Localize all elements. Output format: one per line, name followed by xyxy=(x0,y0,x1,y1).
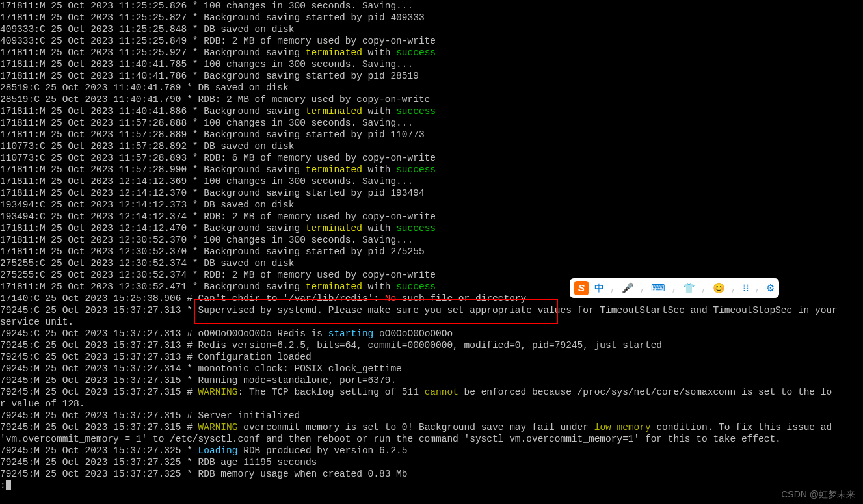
ime-toolbar[interactable]: S 中 , 🎤 , ⌨ , 👕 , 😊 , ⁞⁞ , ⚙ xyxy=(570,278,779,298)
log-text: cannot xyxy=(425,387,458,397)
log-line: 171811:M 25 Oct 2023 11:40:41.886 * Back… xyxy=(0,105,863,117)
log-text: 171811:M 25 Oct 2023 12:14:12.470 * Back… xyxy=(0,223,306,233)
ime-smile-icon[interactable]: 😊 xyxy=(713,282,725,294)
log-text: 79245:C 25 Oct 2023 15:37:27.313 # oO0Oo… xyxy=(0,328,328,339)
log-text: 79245:M 25 Oct 2023 15:37:27.325 * RDB a… xyxy=(0,457,317,468)
log-line: 79245:C 25 Oct 2023 15:37:27.313 # Confi… xyxy=(0,351,863,363)
log-line: 171811:M 25 Oct 2023 11:57:28.990 * Back… xyxy=(0,164,863,176)
log-line: 171811:M 25 Oct 2023 12:30:52.370 * 100 … xyxy=(0,234,863,246)
log-line: 79245:M 25 Oct 2023 15:37:27.314 * monot… xyxy=(0,363,863,375)
log-line: 275255:C 25 Oct 2023 12:30:52.374 * DB s… xyxy=(0,258,863,269)
log-text: terminated xyxy=(306,47,362,58)
log-text: 171811:M 25 Oct 2023 11:25:25.927 * Back… xyxy=(0,47,306,58)
log-text: 79245:M 25 Oct 2023 15:37:27.315 # xyxy=(0,387,198,397)
log-text: with xyxy=(362,106,396,116)
ime-logo-icon[interactable]: S xyxy=(574,281,589,295)
log-line: 79245:M 25 Oct 2023 15:37:27.325 * RDB a… xyxy=(0,457,863,468)
log-line: 171811:M 25 Oct 2023 12:14:12.369 * 100 … xyxy=(0,176,863,187)
ime-keyboard-icon[interactable]: ⌨ xyxy=(651,282,665,294)
log-text: 79245:C 25 Oct 2023 15:37:27.313 * Super… xyxy=(0,305,843,315)
log-text: 171811:M 25 Oct 2023 11:57:28.889 * Back… xyxy=(0,129,425,140)
log-text: 79245:M 25 Oct 2023 15:37:27.325 * RDB m… xyxy=(0,469,408,479)
watermark: CSDN @虹梦未来 xyxy=(781,488,855,500)
ime-lang-icon[interactable]: 中 xyxy=(594,282,604,294)
log-text: : The TCP backlog setting of 511 xyxy=(237,387,424,397)
log-line: 171811:M 25 Oct 2023 11:25:25.827 * Back… xyxy=(0,12,863,23)
log-text: 171811:M 25 Oct 2023 11:25:25.827 * Back… xyxy=(0,12,425,23)
log-text: 193494:C 25 Oct 2023 12:14:12.373 * DB s… xyxy=(0,200,294,210)
ime-shirt-icon[interactable]: 👕 xyxy=(683,282,695,294)
log-text: condition. To fix this issue ad xyxy=(651,422,832,432)
log-line: 79245:C 25 Oct 2023 15:37:27.313 # oO0Oo… xyxy=(0,328,863,339)
log-text: 110773:C 25 Oct 2023 11:57:28.893 * RDB:… xyxy=(0,153,436,163)
log-line: 110773:C 25 Oct 2023 11:57:28.893 * RDB:… xyxy=(0,152,863,164)
log-text: such file or directory xyxy=(396,293,526,304)
log-line: 171811:M 25 Oct 2023 11:25:25.826 * 100 … xyxy=(0,0,863,12)
prompt-line[interactable]: : xyxy=(0,480,863,492)
log-text: 79245:M 25 Oct 2023 15:37:27.325 * xyxy=(0,445,198,456)
log-text: 110773:C 25 Oct 2023 11:57:28.892 * DB s… xyxy=(0,141,294,152)
log-line: 171811:M 25 Oct 2023 11:40:41.785 * 100 … xyxy=(0,59,863,70)
log-line: 171811:M 25 Oct 2023 12:14:12.370 * Back… xyxy=(0,187,863,199)
log-text: 171811:M 25 Oct 2023 11:57:28.888 * 100 … xyxy=(0,118,413,128)
log-text: 171811:M 25 Oct 2023 12:30:52.471 * Back… xyxy=(0,282,306,292)
log-text: RDB produced by version 6.2.5 xyxy=(237,445,407,456)
log-line: 79245:C 25 Oct 2023 15:37:27.313 # Redis… xyxy=(0,339,863,351)
log-text: 171811:M 25 Oct 2023 12:30:52.370 * 100 … xyxy=(0,235,413,245)
log-line: 171811:M 25 Oct 2023 11:57:28.889 * Back… xyxy=(0,129,863,140)
log-text: success xyxy=(396,165,436,175)
log-text: starting xyxy=(328,328,374,339)
log-text: 171811:M 25 Oct 2023 12:30:52.370 * Back… xyxy=(0,246,425,257)
log-text: terminated xyxy=(306,106,362,116)
log-line: 171811:M 25 Oct 2023 11:40:41.786 * Back… xyxy=(0,70,863,82)
log-line: 79245:M 25 Oct 2023 15:37:27.315 # WARNI… xyxy=(0,386,863,398)
log-text: r value of 128. xyxy=(0,399,85,409)
log-text: with xyxy=(362,165,396,175)
log-line: 79245:M 25 Oct 2023 15:37:27.325 * Loadi… xyxy=(0,445,863,457)
log-line: 409333:C 25 Oct 2023 11:25:25.848 * DB s… xyxy=(0,23,863,35)
ime-grid-icon[interactable]: ⁞⁞ xyxy=(743,282,749,294)
log-text: 193494:C 25 Oct 2023 12:14:12.374 * RDB:… xyxy=(0,211,436,222)
log-text: low memory xyxy=(594,422,651,432)
log-line: 79245:M 25 Oct 2023 15:37:27.315 # WARNI… xyxy=(0,421,863,433)
ime-mic-icon[interactable]: 🎤 xyxy=(622,282,634,294)
log-text: terminated xyxy=(306,223,362,233)
log-text: No xyxy=(385,293,396,304)
log-text: with xyxy=(362,47,396,58)
log-text: success xyxy=(396,106,436,116)
log-text: 79245:M 25 Oct 2023 15:37:27.315 * Runni… xyxy=(0,375,396,386)
log-line: 79245:C 25 Oct 2023 15:37:27.313 * Super… xyxy=(0,304,863,316)
terminal-output[interactable]: 171811:M 25 Oct 2023 11:25:25.826 * 100 … xyxy=(0,0,863,480)
log-text: success xyxy=(396,47,436,58)
log-text: 79245:M 25 Oct 2023 15:37:27.315 # Serve… xyxy=(0,410,300,421)
log-line: 79245:M 25 Oct 2023 15:37:27.325 * RDB m… xyxy=(0,468,863,480)
log-text: with xyxy=(362,223,396,233)
log-line: 171811:M 25 Oct 2023 12:14:12.470 * Back… xyxy=(0,222,863,234)
log-text: 171811:M 25 Oct 2023 12:14:12.369 * 100 … xyxy=(0,176,413,187)
log-text: 79245:C 25 Oct 2023 15:37:27.313 # Confi… xyxy=(0,352,312,362)
log-line: 28519:C 25 Oct 2023 11:40:41.790 * RDB: … xyxy=(0,94,863,105)
log-text: terminated xyxy=(306,165,362,175)
log-text: 275255:C 25 Oct 2023 12:30:52.374 * DB s… xyxy=(0,258,294,269)
log-text: 171811:M 25 Oct 2023 11:40:41.786 * Back… xyxy=(0,71,419,81)
log-text: 79245:M 25 Oct 2023 15:37:27.315 # xyxy=(0,422,198,432)
log-text: 79245:M 25 Oct 2023 15:37:27.314 * monot… xyxy=(0,364,402,374)
log-text: be enforced because /proc/sys/net/core/s… xyxy=(458,387,832,397)
ime-gear-icon[interactable]: ⚙ xyxy=(766,282,775,294)
log-text: 'vm.overcommit_memory = 1' to /etc/sysct… xyxy=(0,434,781,444)
log-text: 17140:C 25 Oct 2023 15:25:38.906 # Can't… xyxy=(0,293,385,304)
log-text: oO0OoO0OoO0Oo xyxy=(373,328,453,339)
log-line: r value of 128. xyxy=(0,398,863,410)
log-text: 171811:M 25 Oct 2023 11:25:25.826 * 100 … xyxy=(0,1,413,11)
log-text: success xyxy=(396,282,436,292)
log-text: 171811:M 25 Oct 2023 12:14:12.370 * Back… xyxy=(0,188,425,198)
log-text: 171811:M 25 Oct 2023 11:57:28.990 * Back… xyxy=(0,165,306,175)
log-line: 171811:M 25 Oct 2023 12:30:52.370 * Back… xyxy=(0,246,863,258)
log-text: overcommit_memory is set to 0! Backgroun… xyxy=(237,422,594,432)
cursor xyxy=(6,480,11,490)
log-text: 409333:C 25 Oct 2023 11:25:25.848 * DB s… xyxy=(0,24,294,34)
log-text: success xyxy=(396,223,436,233)
log-line: 110773:C 25 Oct 2023 11:57:28.892 * DB s… xyxy=(0,140,863,152)
log-text: service unit. xyxy=(0,317,73,327)
prompt-char: : xyxy=(0,481,6,491)
